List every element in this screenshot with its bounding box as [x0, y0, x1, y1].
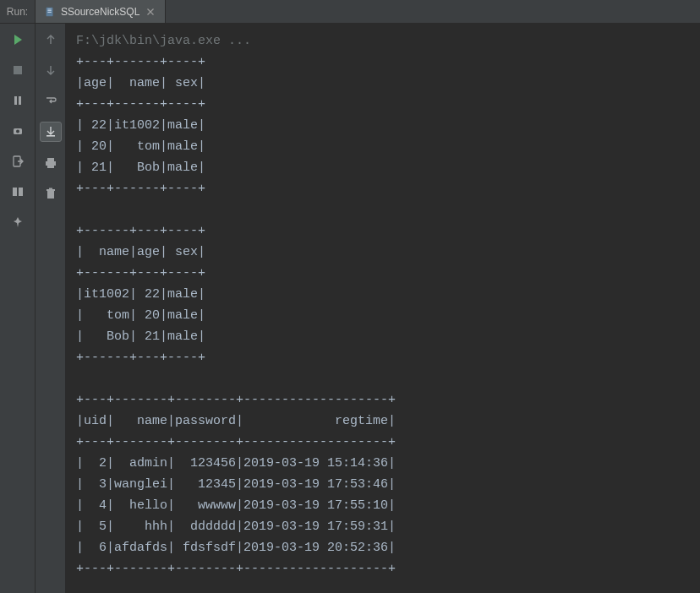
svg-rect-4	[14, 66, 22, 74]
svg-rect-6	[19, 96, 21, 105]
down-icon[interactable]	[41, 61, 60, 79]
layout-icon[interactable]	[8, 182, 27, 201]
run-gutter	[0, 24, 36, 593]
up-icon[interactable]	[41, 30, 60, 49]
svg-rect-15	[47, 165, 54, 168]
run-label: Run:	[0, 0, 36, 23]
svg-rect-3	[47, 12, 51, 13]
close-icon[interactable]	[145, 6, 156, 18]
soft-wrap-icon[interactable]	[41, 91, 60, 110]
console-text: +---+------+----+ |age| name| sex| +---+…	[76, 55, 396, 576]
run-tab[interactable]: SSourceNickSQL	[36, 0, 166, 23]
file-icon	[44, 6, 56, 18]
svg-rect-10	[13, 188, 17, 196]
console-output[interactable]: F:\jdk\bin\java.exe ... +---+------+----…	[66, 24, 700, 593]
svg-rect-18	[49, 188, 52, 190]
console-toolbar	[36, 24, 66, 593]
svg-point-8	[16, 130, 19, 133]
svg-rect-11	[19, 188, 23, 196]
svg-rect-16	[47, 191, 54, 199]
topbar: Run: SSourceNickSQL	[0, 0, 700, 24]
svg-rect-1	[47, 8, 51, 9]
svg-rect-17	[46, 189, 55, 191]
pause-icon[interactable]	[8, 91, 27, 110]
svg-rect-5	[14, 96, 17, 105]
svg-rect-12	[46, 135, 55, 137]
exit-icon[interactable]	[8, 152, 27, 171]
tab-title: SSourceNickSQL	[61, 6, 139, 18]
print-icon[interactable]	[41, 154, 60, 172]
stop-icon[interactable]	[8, 61, 27, 79]
svg-rect-13	[47, 158, 54, 161]
svg-rect-2	[47, 10, 51, 11]
pin-icon[interactable]	[8, 213, 27, 231]
rerun-icon[interactable]	[8, 30, 27, 49]
trash-icon[interactable]	[41, 184, 60, 203]
scroll-to-end-icon[interactable]	[40, 122, 62, 142]
command-line: F:\jdk\bin\java.exe ...	[76, 34, 251, 48]
content-area: F:\jdk\bin\java.exe ... +---+------+----…	[0, 24, 700, 593]
dump-threads-icon[interactable]	[8, 122, 27, 140]
